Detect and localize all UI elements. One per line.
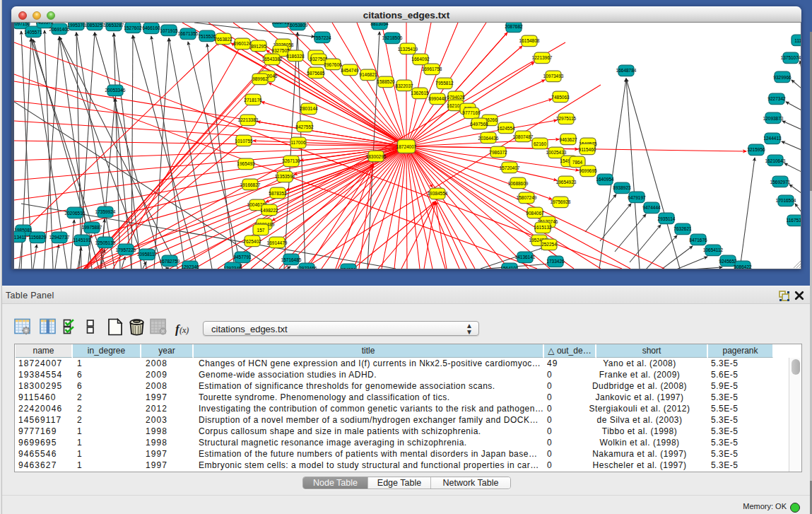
svg-text:16914479: 16914479: [267, 240, 288, 245]
svg-text:17359924: 17359924: [95, 209, 116, 214]
svg-text:17957225: 17957225: [116, 247, 136, 252]
svg-text:1156829: 1156829: [29, 235, 47, 240]
svg-text:12975115: 12975115: [556, 116, 577, 121]
svg-text:8186328: 8186328: [286, 54, 305, 59]
svg-text:20206516: 20206516: [65, 211, 86, 216]
svg-text:19166827: 19166827: [240, 182, 261, 187]
svg-text:1244413: 1244413: [763, 136, 782, 141]
svg-text:8471676: 8471676: [689, 238, 707, 243]
svg-text:1564101: 1564101: [500, 266, 519, 269]
svg-text:2718176: 2718176: [244, 98, 262, 103]
svg-text:8960124: 8960124: [233, 41, 252, 46]
svg-text:1362615: 1362615: [411, 90, 429, 95]
svg-text:7439373: 7439373: [35, 23, 54, 25]
svg-text:3913411: 3913411: [14, 235, 27, 240]
svg-text:8813054: 8813054: [370, 23, 389, 26]
svg-text:12093873: 12093873: [763, 116, 784, 121]
svg-text:1292346: 1292346: [181, 264, 199, 269]
svg-text:16648784: 16648784: [616, 68, 637, 73]
svg-text:12923466: 12923466: [297, 266, 317, 269]
svg-text:1624554: 1624554: [497, 126, 515, 131]
svg-text:1145191: 1145191: [73, 238, 91, 243]
svg-text:2967606: 2967606: [324, 62, 342, 67]
svg-text:1071915: 1071915: [160, 28, 178, 33]
svg-text:17016504: 17016504: [776, 198, 796, 203]
svg-text:62160: 62160: [534, 141, 546, 146]
svg-text:8086422: 8086422: [734, 264, 752, 269]
svg-text:18300295: 18300295: [366, 154, 387, 159]
svg-text:10958117: 10958117: [137, 252, 158, 257]
svg-text:1117: 1117: [794, 38, 801, 43]
svg-text:9474444: 9474444: [642, 205, 661, 210]
svg-text:891295: 891295: [251, 44, 266, 49]
svg-text:3267130: 3267130: [282, 158, 300, 163]
svg-text:16154808: 16154808: [519, 38, 540, 43]
svg-text:1010755: 1010755: [235, 139, 253, 144]
svg-text:7986372: 7986372: [489, 150, 507, 155]
svg-text:12213383: 12213383: [238, 117, 259, 122]
svg-text:20364436: 20364436: [478, 136, 499, 141]
svg-text:9457791: 9457791: [233, 255, 252, 259]
svg-text:11353594: 11353594: [275, 174, 295, 179]
svg-text:6497568: 6497568: [470, 122, 488, 127]
svg-text:989962: 989962: [252, 76, 268, 81]
svg-text:12505135: 12505135: [95, 240, 116, 245]
svg-text:9227342: 9227342: [767, 96, 786, 101]
svg-text:9463627: 9463627: [559, 137, 577, 142]
svg-text:1664092: 1664092: [411, 57, 430, 62]
svg-text:10653287: 10653287: [104, 23, 124, 28]
svg-text:10654112: 10654112: [703, 247, 724, 252]
svg-text:9329966: 9329966: [773, 75, 792, 80]
svg-text:19975887: 19975887: [82, 225, 102, 230]
svg-text:10853257: 10853257: [85, 23, 105, 28]
svg-text:5878352: 5878352: [269, 191, 287, 196]
svg-text:3215956: 3215956: [747, 147, 765, 152]
svg-text:1995370: 1995370: [67, 23, 86, 28]
svg-text:2935114: 2935114: [658, 216, 676, 221]
svg-text:16210643: 16210643: [765, 158, 786, 163]
svg-text:1965493: 1965493: [237, 161, 255, 166]
svg-text:10973493: 10973493: [543, 74, 564, 78]
svg-text:7632621: 7632621: [673, 226, 692, 231]
svg-text:9084067: 9084067: [526, 211, 544, 216]
svg-text:12942737: 12942737: [49, 235, 70, 240]
svg-text:7485063: 7485063: [551, 95, 570, 100]
svg-text:16961758: 16961758: [422, 66, 442, 71]
svg-text:18724007: 18724007: [396, 144, 417, 149]
svg-text:9115460: 9115460: [579, 147, 596, 152]
svg-text:7515526: 7515526: [198, 34, 216, 39]
svg-text:10688609: 10688609: [508, 181, 529, 186]
svg-text:1588520: 1588520: [377, 79, 395, 84]
svg-text:6479197: 6479197: [628, 195, 646, 200]
svg-text:117006: 117006: [290, 140, 306, 145]
svg-text:8990448: 8990448: [428, 96, 447, 101]
svg-text:6794028: 6794028: [447, 95, 465, 100]
svg-text:1292346: 1292346: [223, 266, 242, 269]
svg-text:9146821: 9146821: [359, 72, 377, 77]
svg-text:1640954: 1640954: [596, 177, 614, 182]
svg-text:19654923: 19654923: [556, 180, 577, 185]
svg-text:5875685: 5875685: [307, 71, 325, 76]
svg-text:9777169: 9777169: [462, 110, 481, 115]
svg-text:8454749: 8454749: [341, 68, 359, 73]
svg-text:6466160: 6466160: [142, 25, 160, 30]
svg-text:1615132: 1615132: [534, 225, 552, 230]
svg-text:20691406: 20691406: [49, 27, 70, 32]
svg-text:8427552: 8427552: [295, 124, 314, 129]
svg-text:9327505: 9327505: [271, 48, 290, 53]
svg-text:9245652: 9245652: [719, 259, 737, 264]
svg-text:1498222: 1498222: [260, 208, 278, 213]
svg-text:15716485: 15716485: [281, 257, 302, 262]
svg-text:252254: 252254: [541, 242, 557, 247]
svg-text:1733426: 1733426: [546, 259, 565, 264]
svg-text:7663822: 7663822: [214, 37, 233, 42]
svg-text:1405571: 1405571: [24, 30, 42, 35]
svg-text:13751074: 13751074: [781, 55, 801, 60]
svg-text:7955812: 7955812: [435, 81, 454, 86]
svg-text:8322037: 8322037: [395, 83, 413, 88]
svg-text:19756928: 19756928: [551, 199, 571, 204]
svg-text:2803144: 2803144: [300, 106, 318, 111]
svg-text:16671355: 16671355: [178, 31, 199, 36]
svg-text:157: 157: [257, 228, 265, 233]
svg-text:16053809: 16053809: [288, 23, 308, 28]
